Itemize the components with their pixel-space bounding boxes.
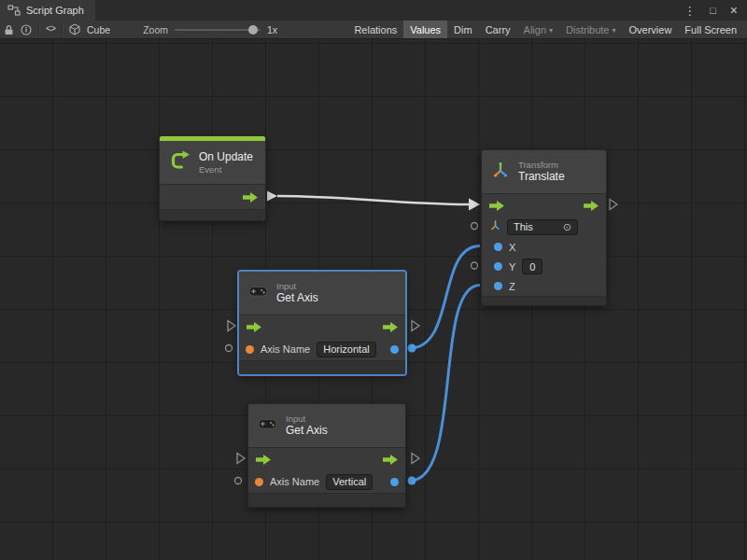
node-header[interactable]: Input Get Axis <box>248 404 405 447</box>
flow-in-port-getaxis-v[interactable] <box>237 454 245 464</box>
node-get-axis-horizontal[interactable]: Input Get Axis Axis Name Horizontal <box>238 271 406 375</box>
node-get-axis-vertical[interactable]: Input Get Axis Axis Name Vertical <box>247 403 406 508</box>
dim-button[interactable]: Dim <box>447 21 479 38</box>
fullscreen-button[interactable]: Full Screen <box>678 21 743 38</box>
node-header[interactable]: On Update Event <box>160 141 265 184</box>
zoom-slider-handle[interactable] <box>248 25 258 35</box>
flow-in-arrow-icon[interactable] <box>247 322 261 332</box>
flow-out-arrow-icon[interactable] <box>383 322 398 332</box>
wire-arrowhead-icon <box>469 199 480 211</box>
toolbar-separator <box>62 24 63 35</box>
z-port-label: Z <box>509 281 515 292</box>
flow-port-row <box>248 448 405 470</box>
flow-in-arrow-icon[interactable] <box>489 201 504 211</box>
wire-vertical-to-z[interactable] <box>410 286 480 482</box>
graph-target[interactable]: Cube <box>87 24 110 35</box>
lock-icon[interactable] <box>4 24 14 35</box>
y-value-field[interactable]: 0 <box>522 259 543 274</box>
axis-name-port-getaxis-v[interactable] <box>235 478 242 484</box>
flow-out-port-translate[interactable] <box>610 200 617 210</box>
carry-button[interactable]: Carry <box>479 21 517 38</box>
node-header[interactable]: Transform Translate <box>482 150 606 193</box>
y-port-translate[interactable] <box>472 262 478 269</box>
maximize-icon[interactable]: □ <box>710 6 716 16</box>
result-port-dot[interactable] <box>390 345 399 354</box>
wire-onupdate-to-translate[interactable] <box>277 196 469 204</box>
node-footer <box>482 296 606 305</box>
axis-name-port-dot[interactable] <box>246 345 254 354</box>
flow-out-arrow-icon[interactable] <box>584 201 599 211</box>
info-icon[interactable] <box>21 24 32 35</box>
script-graph-window: Script Graph ⋮ □ × <> <box>0 0 747 560</box>
node-title: Get Axis <box>286 424 328 438</box>
z-port-row: Z <box>482 276 606 296</box>
flow-in-port-getaxis-h[interactable] <box>228 321 235 331</box>
result-port-horizontal[interactable] <box>408 344 416 353</box>
flow-in-arrow-icon[interactable] <box>256 455 271 465</box>
node-header[interactable]: Input Get Axis <box>239 272 405 315</box>
object-picker-icon[interactable]: ⊙ <box>563 221 571 233</box>
flow-port-row <box>239 315 405 338</box>
y-port-dot[interactable] <box>494 262 502 271</box>
result-port-vertical[interactable] <box>408 477 416 485</box>
title-bar: Script Graph ⋮ □ × <box>0 0 747 21</box>
distribute-dropdown[interactable]: Distribute▾ <box>559 21 622 38</box>
flow-out-port-getaxis-v[interactable] <box>412 454 419 464</box>
node-translate[interactable]: Transform Translate <box>481 149 607 306</box>
graph-canvas[interactable]: On Update Event <box>0 39 747 560</box>
flow-out-arrow-icon[interactable] <box>243 192 258 203</box>
node-on-update[interactable]: On Update Event <box>159 135 266 221</box>
close-icon[interactable]: × <box>730 4 738 17</box>
wire-horizontal-to-x[interactable] <box>410 246 480 349</box>
axis-name-row: Axis Name Vertical <box>248 470 405 493</box>
flow-port-row <box>482 194 606 217</box>
axis-name-port-dot[interactable] <box>255 478 263 486</box>
axis-name-port-getaxis-h[interactable] <box>226 345 233 352</box>
menu-icon[interactable]: ⋮ <box>684 5 696 17</box>
graph-toolbar: <> Cube Zoom 1x Relations Values Dim Car… <box>0 21 747 39</box>
node-subtitle: Input <box>286 413 328 425</box>
node-footer <box>160 209 265 220</box>
zoom-label: Zoom <box>143 24 168 35</box>
values-button[interactable]: Values <box>403 21 447 38</box>
tab-title: Script Graph <box>26 5 84 16</box>
on-update-loop-icon <box>169 150 190 175</box>
align-dropdown[interactable]: Align▾ <box>517 21 559 38</box>
zoom-slider[interactable] <box>175 23 261 36</box>
overview-button[interactable]: Overview <box>623 21 679 38</box>
flow-out-port-onupdate[interactable] <box>267 191 277 202</box>
chevron-down-icon: ▾ <box>549 26 553 35</box>
this-object-field[interactable]: This ⊙ <box>507 219 578 235</box>
flow-out-port-getaxis-h[interactable] <box>412 321 419 331</box>
gamepad-icon <box>258 417 277 434</box>
node-subtitle: Transform <box>518 160 565 171</box>
x-port-dot[interactable] <box>494 243 502 251</box>
node-footer <box>239 360 405 374</box>
x-port-label: X <box>509 242 515 253</box>
chevron-down-icon: ▾ <box>613 26 616 35</box>
transform-gizmo-icon <box>491 161 510 183</box>
node-footer <box>248 493 405 507</box>
this-port-translate[interactable] <box>472 223 478 230</box>
y-port-label: Y <box>509 261 515 273</box>
result-port-dot[interactable] <box>390 478 399 486</box>
node-subtitle: Input <box>276 281 318 292</box>
axis-name-field[interactable]: Vertical <box>326 474 373 490</box>
cube-icon <box>69 23 80 35</box>
code-view-icon[interactable]: <> <box>46 24 55 35</box>
axis-name-label: Axis Name <box>261 343 310 355</box>
flow-out-arrow-icon[interactable] <box>383 455 398 465</box>
node-title: Translate <box>518 170 565 184</box>
toolbar-buttons: Relations Values Dim Carry Align▾ Distri… <box>347 21 743 38</box>
relations-button[interactable]: Relations <box>347 21 403 38</box>
axis-name-row: Axis Name Horizontal <box>239 338 405 360</box>
node-title: Get Axis <box>276 291 318 305</box>
gamepad-icon <box>248 285 268 301</box>
axis-name-field[interactable]: Horizontal <box>317 342 376 357</box>
zoom-value: 1x <box>267 24 277 35</box>
z-port-dot[interactable] <box>494 282 502 290</box>
toolbar-separator <box>38 24 39 35</box>
tab-script-graph[interactable]: Script Graph <box>0 0 95 21</box>
axis-name-label: Axis Name <box>270 476 319 487</box>
flow-port-row <box>160 185 265 209</box>
